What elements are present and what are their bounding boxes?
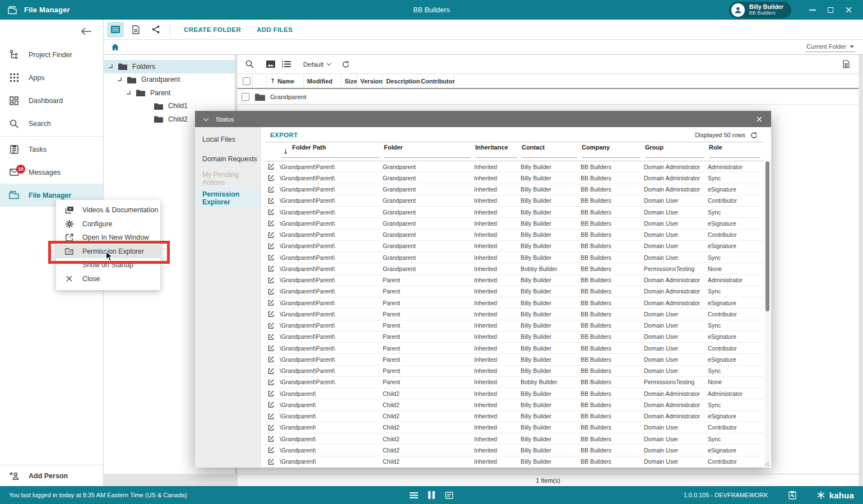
add-person-button[interactable]: Add Person bbox=[0, 465, 103, 486]
edit-icon[interactable] bbox=[265, 334, 280, 340]
sidebar-item-tasks[interactable]: Tasks bbox=[0, 138, 103, 161]
permission-row[interactable]: \Grandparent\ Child2 Inherited Billy Bui… bbox=[265, 456, 764, 468]
column-header-contributor[interactable]: Contributor bbox=[417, 74, 454, 88]
refresh-icon[interactable] bbox=[750, 132, 758, 139]
view-preset-select[interactable]: Default bbox=[303, 61, 331, 68]
create-folder-button[interactable]: CREATE FOLDER bbox=[184, 26, 241, 33]
row-checkbox[interactable] bbox=[242, 93, 249, 101]
home-icon[interactable] bbox=[111, 43, 119, 51]
resize-handle[interactable] bbox=[764, 461, 769, 466]
tab-local-files[interactable]: Local Files bbox=[195, 129, 261, 149]
permission-row[interactable]: \Grandparent\Parent\ Parent Inherited Bi… bbox=[265, 309, 764, 320]
permission-row[interactable]: \Grandparent\Parent\ Parent Inherited Bi… bbox=[265, 366, 764, 377]
column-header-folder-path[interactable]: ↓Folder Path bbox=[280, 142, 383, 161]
thumbnail-view-icon[interactable] bbox=[266, 60, 275, 68]
permission-row[interactable]: \Grandparent\Parent\ Parent Inherited Bi… bbox=[265, 343, 764, 354]
permission-row[interactable]: \Grandparent\Parent\ Parent Inherited Bi… bbox=[265, 297, 764, 309]
edit-icon[interactable] bbox=[265, 345, 280, 351]
clipboard-activity-icon[interactable] bbox=[788, 491, 796, 500]
modal-close-icon[interactable] bbox=[754, 116, 764, 122]
permission-row[interactable]: \Grandparent\Parent\ Parent Inherited Bi… bbox=[265, 332, 764, 343]
column-header-contact[interactable]: Contact bbox=[521, 142, 581, 161]
column-header-company[interactable]: Company bbox=[581, 142, 644, 161]
edit-icon[interactable] bbox=[265, 209, 280, 215]
sidebar-item-project-finder[interactable]: Project Finder bbox=[0, 43, 103, 66]
edit-icon[interactable] bbox=[265, 265, 280, 272]
sidebar-item-search[interactable]: Search bbox=[0, 112, 103, 135]
edit-icon[interactable] bbox=[265, 164, 280, 170]
add-files-button[interactable]: ADD FILES bbox=[257, 26, 293, 33]
collapse-sidebar-icon[interactable] bbox=[81, 27, 92, 35]
tree-node[interactable]: Parent bbox=[104, 86, 235, 100]
menu-item-permission-explorer[interactable]: Permission Explorer bbox=[56, 245, 160, 259]
column-filter-field[interactable] bbox=[582, 157, 641, 158]
permission-row[interactable]: \Grandparent\Parent\ Grandparent Inherit… bbox=[265, 195, 764, 207]
pause-icon[interactable] bbox=[428, 491, 435, 499]
edit-icon[interactable] bbox=[265, 288, 280, 295]
menu-item-open-in-new-window[interactable]: Open In New Window bbox=[56, 231, 160, 245]
log-panel-icon[interactable] bbox=[445, 492, 453, 499]
column-header-role[interactable]: Role bbox=[708, 142, 764, 161]
permission-row[interactable]: \Grandparent\Parent\ Parent Inherited Bo… bbox=[265, 377, 764, 388]
edit-icon[interactable] bbox=[265, 277, 280, 283]
permission-row[interactable]: \Grandparent\ Child2 Inherited Billy Bui… bbox=[265, 422, 764, 433]
close-button[interactable] bbox=[839, 3, 857, 17]
edit-icon[interactable] bbox=[265, 368, 280, 374]
scrollbar-track[interactable] bbox=[765, 161, 770, 468]
edit-icon[interactable] bbox=[265, 254, 280, 260]
collapse-node-icon[interactable] bbox=[117, 77, 124, 82]
sidebar-item-messages[interactable]: 10 Messages bbox=[0, 161, 103, 184]
search-icon[interactable] bbox=[245, 60, 254, 68]
collapse-node-icon[interactable] bbox=[108, 64, 115, 69]
edit-icon[interactable] bbox=[265, 424, 280, 431]
chevron-down-icon[interactable] bbox=[203, 115, 209, 121]
permission-row[interactable]: \Grandparent\Parent\ Grandparent Inherit… bbox=[265, 184, 764, 195]
permission-row[interactable]: \Grandparent\ Child2 Inherited Billy Bui… bbox=[265, 411, 764, 422]
permission-row[interactable]: \Grandparent\ Child2 Inherited Billy Bui… bbox=[265, 399, 764, 410]
column-filter-field[interactable] bbox=[645, 157, 704, 158]
edit-icon[interactable] bbox=[265, 220, 280, 226]
menu-item-configure[interactable]: Configure bbox=[56, 217, 160, 231]
sidebar-item-apps[interactable]: Apps bbox=[0, 66, 103, 89]
permission-row[interactable]: \Grandparent\Parent\ Parent Inherited Bi… bbox=[265, 286, 764, 297]
menu-item-show-on-startup[interactable]: Show on Startup bbox=[56, 258, 160, 272]
document-view-icon[interactable] bbox=[127, 22, 144, 38]
edit-icon[interactable] bbox=[265, 459, 280, 465]
queue-list-icon[interactable] bbox=[410, 492, 418, 498]
export-button[interactable]: EXPORT bbox=[270, 132, 298, 138]
edit-icon[interactable] bbox=[265, 243, 280, 249]
permission-row[interactable]: \Grandparent\ Child2 Inherited Billy Bui… bbox=[265, 445, 764, 456]
edit-icon[interactable] bbox=[265, 300, 280, 306]
edit-icon[interactable] bbox=[265, 447, 280, 453]
column-filter-field[interactable] bbox=[475, 157, 517, 158]
permission-row[interactable]: \Grandparent\Parent\ Parent Inherited Bi… bbox=[265, 320, 764, 332]
column-header-description[interactable]: Description bbox=[383, 74, 417, 88]
permission-row[interactable]: \Grandparent\Parent\ Grandparent Inherit… bbox=[265, 230, 764, 241]
edit-icon[interactable] bbox=[265, 402, 280, 408]
menu-item-close[interactable]: Close bbox=[56, 272, 160, 286]
tree-node[interactable]: Grandparent bbox=[104, 73, 235, 87]
edit-icon[interactable] bbox=[265, 436, 280, 442]
collapse-node-icon[interactable] bbox=[126, 91, 133, 95]
grid-view-icon[interactable] bbox=[107, 22, 124, 38]
column-header-folder[interactable]: Folder bbox=[383, 142, 474, 161]
permission-row[interactable]: \Grandparent\ Child2 Inherited Billy Bui… bbox=[265, 388, 764, 399]
column-header-inheritance[interactable]: Inheritance bbox=[474, 142, 521, 161]
scrollbar-thumb[interactable] bbox=[765, 161, 769, 311]
column-filter-field[interactable] bbox=[384, 157, 471, 158]
tab-permission-explorer[interactable]: Permission Explorer bbox=[195, 188, 261, 208]
edit-icon[interactable] bbox=[265, 323, 280, 329]
column-header-size[interactable]: Size bbox=[341, 74, 357, 88]
column-filter-field[interactable] bbox=[281, 157, 379, 158]
edit-icon[interactable] bbox=[265, 379, 280, 385]
permission-row[interactable]: \Grandparent\Parent\ Grandparent Inherit… bbox=[265, 172, 764, 184]
column-header-version[interactable]: Version bbox=[357, 74, 383, 88]
current-folder-dropdown[interactable]: Current Folder bbox=[805, 42, 855, 52]
export-file-icon[interactable] bbox=[843, 60, 850, 68]
tree-node[interactable]: Folders bbox=[104, 60, 235, 73]
permission-row[interactable]: \Grandparent\Parent\ Parent Inherited Bi… bbox=[265, 354, 764, 365]
permission-row[interactable]: \Grandparent\Parent\ Parent Inherited Bi… bbox=[265, 275, 764, 286]
user-menu[interactable]: Billy Builder BB Builders bbox=[729, 2, 791, 18]
column-filter-field[interactable] bbox=[522, 157, 577, 158]
file-row[interactable]: Grandparent bbox=[238, 89, 859, 105]
